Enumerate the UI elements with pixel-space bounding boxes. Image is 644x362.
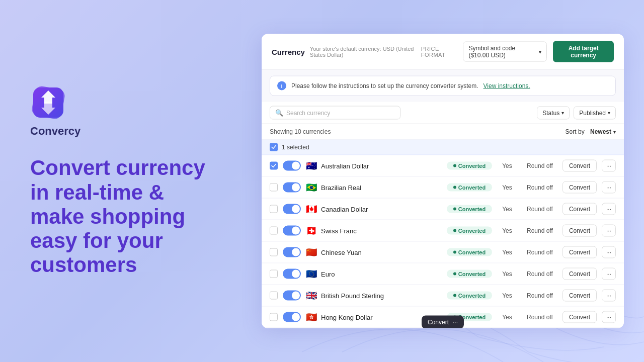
yes-text-7: Yes [497, 314, 517, 321]
converted-badge-0: Converted [447, 162, 492, 170]
flag-name-3: 🇨🇭 Swiss Franc [306, 225, 442, 236]
tooltip-convert-button[interactable]: Convert [428, 319, 449, 326]
converted-badge-3: Converted [447, 227, 492, 235]
yes-text-3: Yes [497, 227, 517, 234]
convert-button-3[interactable]: Convert [562, 225, 597, 237]
sort-label: Sort by [566, 128, 585, 135]
row-checkbox-4[interactable] [270, 248, 278, 256]
header-subtitle: Your store's default currency: USD (Unit… [310, 46, 421, 58]
converted-badge-5: Converted [447, 270, 492, 278]
header-title: Currency [272, 47, 305, 56]
table-row: 🇨🇳 Chinese Yuan Converted Yes Round off … [262, 242, 624, 263]
flag-3: 🇨🇭 [306, 225, 317, 236]
status-dropdown[interactable]: Status ▾ [537, 106, 570, 119]
logo-icon [30, 84, 66, 121]
table-row: 🇭🇰 Hong Kong Dollar Converted Yes Round … [262, 307, 624, 328]
convert-button-0[interactable]: Convert [562, 160, 597, 172]
card-header: Currency Your store's default currency: … [262, 34, 624, 70]
currency-name-4: Chinese Yuan [321, 248, 362, 256]
toggle-switch-6[interactable] [283, 291, 301, 301]
converted-text-1: Converted [458, 185, 486, 191]
selected-text: 1 selected [282, 144, 309, 151]
selected-checkbox[interactable] [270, 143, 278, 151]
row-checkbox-3[interactable] [270, 227, 278, 235]
row-checkbox-5[interactable] [270, 270, 278, 278]
round-off-text-1: Round off [522, 184, 557, 191]
table-row: 🇬🇧 British Pound Sterling Converted Yes … [262, 285, 624, 307]
toggle-switch-3[interactable] [283, 226, 301, 236]
search-box[interactable]: 🔍 Search currency [270, 106, 400, 120]
converted-dot-2 [453, 208, 456, 211]
toggle-switch-4[interactable] [283, 247, 301, 257]
toggle-switch-5[interactable] [283, 269, 301, 279]
toolbar: 🔍 Search currency Status ▾ Published ▾ [262, 102, 624, 124]
round-off-text-5: Round off [522, 270, 557, 278]
header-left: Currency Your store's default currency: … [272, 46, 421, 58]
hero-text: Convert currency in real-time & make sho… [30, 156, 211, 277]
row-checkbox-0[interactable] [270, 162, 278, 170]
converted-dot-6 [453, 294, 456, 297]
more-button-2[interactable]: ··· [602, 203, 616, 215]
published-dropdown[interactable]: Published ▾ [574, 106, 616, 119]
more-button-6[interactable]: ··· [602, 290, 616, 302]
converted-dot-0 [453, 164, 456, 167]
search-icon: 🔍 [275, 109, 283, 117]
currency-name-2: Canadian Dollar [321, 205, 368, 213]
round-off-text-3: Round off [522, 227, 557, 234]
toggle-switch-7[interactable] [283, 312, 301, 322]
logo-text: Convercy [30, 125, 80, 138]
yes-text-0: Yes [497, 162, 517, 169]
price-format-value: Symbol and code ($10.00 USD) [468, 45, 537, 59]
flag-name-5: 🇪🇺 Euro [306, 268, 442, 280]
more-button-0[interactable]: ··· [602, 160, 616, 172]
showing-bar: Showing 10 currencies Sort by Newest ▾ [262, 124, 624, 140]
table-row: 🇧🇷 Brazilian Real Converted Yes Round of… [262, 177, 624, 199]
more-button-7[interactable]: ··· [602, 311, 616, 323]
converted-text-0: Converted [458, 163, 486, 169]
status-label: Status [542, 109, 559, 116]
more-button-1[interactable]: ··· [602, 182, 616, 194]
more-button-5[interactable]: ··· [602, 268, 616, 280]
round-off-text-7: Round off [522, 314, 557, 321]
flag-name-2: 🇨🇦 Canadian Dollar [306, 204, 442, 215]
flag-7: 🇭🇰 [306, 312, 317, 323]
more-button-4[interactable]: ··· [602, 246, 616, 258]
convert-button-1[interactable]: Convert [562, 182, 597, 194]
yes-text-4: Yes [497, 249, 517, 256]
converted-dot-1 [453, 186, 456, 189]
currency-name-7: Hong Kong Dollar [321, 313, 373, 321]
row-checkbox-6[interactable] [270, 292, 278, 300]
row-checkbox-2[interactable] [270, 205, 278, 213]
converted-text-5: Converted [458, 271, 486, 277]
price-format-dropdown[interactable]: Symbol and code ($10.00 USD) ▾ [463, 42, 547, 62]
convert-button-2[interactable]: Convert [562, 203, 597, 215]
converted-badge-1: Converted [447, 184, 492, 192]
convert-button-5[interactable]: Convert [562, 268, 597, 280]
row-checkbox-7[interactable] [270, 313, 278, 321]
table-row: 🇪🇺 Euro Converted Yes Round off Convert … [262, 263, 624, 285]
row-checkbox-1[interactable] [270, 184, 278, 192]
currency-name-1: Brazilian Real [321, 184, 361, 191]
round-off-text-4: Round off [522, 249, 557, 256]
currency-name-5: Euro [321, 270, 335, 278]
round-off-text-6: Round off [522, 292, 557, 299]
converted-text-3: Converted [458, 228, 486, 234]
toggle-switch-1[interactable] [283, 183, 301, 193]
add-target-button[interactable]: Add target currency [553, 41, 614, 62]
flag-1: 🇧🇷 [306, 182, 317, 193]
converted-dot-3 [453, 229, 456, 232]
left-panel: Convercy Convert currency in real-time &… [0, 0, 242, 362]
convert-button-4[interactable]: Convert [562, 246, 597, 258]
app-card: Currency Your store's default currency: … [262, 34, 624, 328]
flag-5: 🇪🇺 [306, 268, 317, 280]
more-button-3[interactable]: ··· [602, 225, 616, 237]
sort-dropdown[interactable]: Sort by Newest ▾ [566, 128, 616, 135]
tooltip-more-button[interactable]: ··· [453, 319, 458, 326]
toggle-switch-2[interactable] [283, 204, 301, 214]
currency-name-3: Swiss Franc [321, 227, 357, 234]
convert-button-7[interactable]: Convert [562, 311, 597, 323]
toggle-switch-0[interactable] [283, 161, 301, 171]
flag-4: 🇨🇳 [306, 247, 317, 258]
convert-button-6[interactable]: Convert [562, 290, 597, 302]
info-link[interactable]: View instructions. [484, 82, 530, 89]
